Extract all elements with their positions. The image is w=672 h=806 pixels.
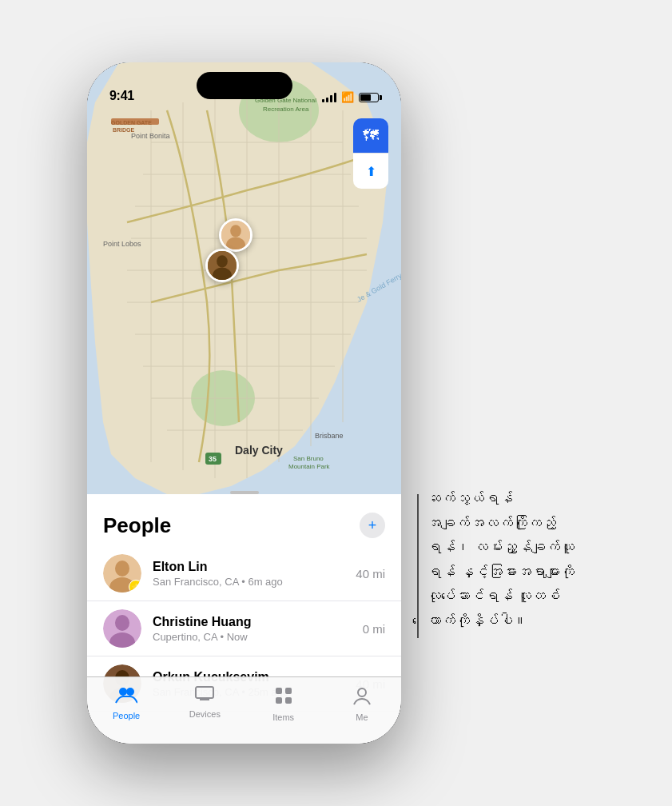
tab-bar: People Devices	[87, 676, 401, 744]
svg-text:San Bruno: San Bruno	[293, 455, 324, 462]
tab-label-devices: Devices	[189, 709, 221, 719]
svg-text:GOLDEN GATE: GOLDEN GATE	[111, 120, 152, 126]
map-avatar-elton	[221, 221, 250, 249]
svg-text:Point Bonita: Point Bonita	[131, 132, 170, 140]
battery-icon	[359, 93, 379, 102]
screen: 9:41 📶	[87, 62, 401, 744]
svg-text:Point Lobos: Point Lobos	[103, 240, 141, 248]
svg-text:BRIDGE: BRIDGE	[113, 127, 135, 133]
drag-handle	[230, 491, 259, 494]
person-info-christine: Christine Huang Cupertino, CA • Now	[153, 615, 363, 643]
dynamic-island	[197, 72, 292, 99]
tab-devices[interactable]: Devices	[165, 685, 244, 719]
annotation-text: ဆက်သွယ်ရန် အချက်အလက်ကိုကြည့်ရန်၊ လမ်းညွှ…	[427, 486, 585, 633]
svg-text:Mountain Park: Mountain Park	[288, 463, 331, 470]
devices-tab-icon	[194, 685, 215, 706]
person-row-elton[interactable]: ⭐ Elton Lin San Francisco, CA • 6m ago 4…	[87, 546, 401, 601]
person-distance-elton: 40 mi	[356, 567, 385, 581]
people-panel: People + ⭐ Elton Lin S	[87, 498, 401, 676]
person-name-elton: Elton Lin	[153, 560, 356, 574]
person-info-elton: Elton Lin San Francisco, CA • 6m ago	[153, 560, 356, 588]
map-pin-elton[interactable]	[219, 218, 252, 252]
star-badge-elton: ⭐	[129, 580, 141, 593]
svg-text:Brisbane: Brisbane	[315, 432, 344, 440]
items-tab-icon	[273, 685, 294, 709]
map-area[interactable]: Point Bonita Point Lobos GOLDEN GATE BRI…	[87, 62, 401, 494]
svg-text:Daly City: Daly City	[235, 444, 283, 457]
tab-label-items: Items	[272, 712, 294, 722]
tab-label-me: Me	[356, 712, 368, 722]
signal-icon	[322, 93, 336, 102]
person-name-christine: Christine Huang	[153, 615, 363, 629]
svg-rect-55	[285, 688, 292, 694]
wifi-icon: 📶	[341, 91, 354, 103]
tab-label-people: People	[113, 711, 140, 720]
location-icon: ⬆	[366, 164, 376, 179]
svg-point-49	[119, 688, 127, 696]
phone-shell: 9:41 📶	[87, 62, 401, 744]
svg-text:35: 35	[209, 455, 217, 463]
svg-point-44	[115, 615, 129, 631]
svg-point-35	[230, 225, 241, 237]
svg-rect-54	[276, 688, 282, 694]
location-button[interactable]: ⬆	[353, 154, 388, 189]
me-tab-icon	[352, 685, 372, 709]
svg-point-50	[126, 688, 134, 696]
svg-point-58	[358, 688, 366, 696]
person-location-christine: Cupertino, CA • Now	[153, 631, 363, 643]
svg-rect-57	[285, 697, 292, 704]
avatar-christine	[103, 609, 141, 648]
svg-point-38	[217, 255, 228, 267]
svg-rect-51	[196, 687, 213, 698]
person-distance-christine: 0 mi	[363, 622, 385, 636]
avatar-elton: ⭐	[103, 554, 141, 593]
person-location-elton: San Francisco, CA • 6m ago	[153, 576, 356, 588]
map-buttons: 🗺 ⬆	[353, 118, 388, 189]
tab-me[interactable]: Me	[323, 685, 401, 722]
annotation-bracket: ဆက်သွယ်ရန် အချက်အလက်ကိုကြည့်ရန်၊ လမ်းညွှ…	[417, 486, 585, 638]
scene: 9:41 📶	[87, 62, 585, 744]
annotation: ဆက်သွယ်ရန် အချက်အလက်ကိုကြည့်ရန်၊ လမ်းညွှ…	[417, 62, 585, 638]
map-pin-orkun[interactable]	[205, 249, 239, 282]
people-header: People +	[87, 498, 401, 546]
map-avatar-orkun	[208, 251, 237, 280]
person-row-christine[interactable]: Christine Huang Cupertino, CA • Now 0 mi	[87, 601, 401, 656]
tab-people[interactable]: People	[87, 685, 165, 720]
status-icons: 📶	[322, 91, 379, 103]
tab-items[interactable]: Items	[245, 685, 323, 722]
svg-point-41	[115, 561, 129, 577]
bracket-line	[417, 494, 419, 638]
add-person-button[interactable]: +	[360, 513, 385, 538]
map-icon: 🗺	[363, 126, 379, 145]
people-section-title: People	[103, 513, 171, 538]
people-tab-icon	[115, 685, 137, 708]
status-time: 9:41	[109, 89, 134, 103]
svg-rect-56	[276, 697, 282, 704]
map-view-button[interactable]: 🗺	[353, 118, 388, 154]
